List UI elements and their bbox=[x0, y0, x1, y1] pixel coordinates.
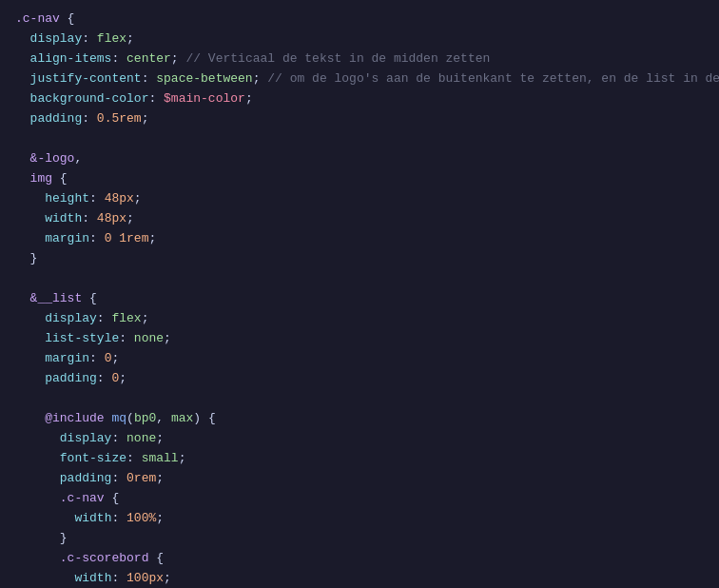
token-punctuation: ; bbox=[164, 569, 171, 588]
token-punctuation: ; bbox=[171, 49, 186, 69]
token-plain bbox=[15, 369, 45, 389]
token-comment: // om de logo's aan de buitenkant te zet… bbox=[267, 69, 719, 89]
code-line: width: 48px; bbox=[0, 209, 719, 229]
code-line: img { bbox=[0, 169, 719, 189]
code-line: width: 100px; bbox=[0, 569, 719, 588]
token-property: background-color bbox=[30, 89, 149, 109]
token-punctuation: ; bbox=[119, 369, 126, 389]
token-punctuation: : bbox=[111, 469, 126, 489]
token-punctuation: : bbox=[82, 109, 97, 129]
token-number: 48px bbox=[97, 209, 126, 229]
token-plain bbox=[15, 349, 45, 369]
token-punctuation: : bbox=[148, 89, 164, 109]
token-punctuation: ; bbox=[142, 109, 149, 129]
token-value: small bbox=[142, 449, 179, 469]
token-punctuation: : bbox=[119, 329, 134, 349]
token-property: justify-content bbox=[30, 69, 142, 89]
code-line: background-color: $main-color; bbox=[0, 89, 719, 109]
code-line: .c-nav { bbox=[0, 10, 719, 29]
token-punctuation: ; bbox=[253, 69, 268, 89]
code-line: padding: 0.5rem; bbox=[0, 109, 719, 129]
token-selector: .c-nav bbox=[60, 489, 105, 509]
token-property: margin bbox=[45, 229, 89, 249]
token-plain bbox=[15, 429, 60, 449]
token-selector: .c-nav bbox=[15, 10, 60, 29]
token-punctuation: ; bbox=[179, 449, 186, 469]
token-punctuation: { bbox=[148, 549, 164, 569]
token-property: align-items bbox=[30, 49, 112, 69]
token-punctuation: : bbox=[82, 29, 97, 49]
token-plain bbox=[15, 249, 30, 269]
token-punctuation: ( bbox=[126, 409, 134, 429]
token-punctuation: : bbox=[89, 189, 105, 209]
token-plain bbox=[15, 469, 60, 489]
token-value: flex bbox=[111, 309, 141, 329]
token-comment: // Verticaal de tekst in de midden zette… bbox=[185, 49, 490, 69]
token-punctuation: ) { bbox=[193, 409, 215, 429]
token-plain bbox=[15, 329, 45, 349]
token-punctuation: ; bbox=[142, 309, 149, 329]
token-punctuation: { bbox=[52, 169, 68, 189]
token-number: 0 bbox=[111, 369, 119, 389]
token-plain bbox=[15, 229, 45, 249]
code-line: justify-content: space-between; // om de… bbox=[0, 69, 719, 89]
token-punctuation: ; bbox=[111, 349, 119, 369]
code-line: width: 100%; bbox=[0, 509, 719, 529]
token-punctuation: } bbox=[60, 529, 68, 549]
token-number: 100% bbox=[126, 509, 156, 529]
token-function: mq bbox=[111, 409, 126, 429]
code-line bbox=[0, 269, 719, 289]
token-plain bbox=[15, 549, 60, 569]
code-line: &__list { bbox=[0, 289, 719, 309]
token-property: margin bbox=[45, 349, 89, 369]
token-punctuation: , bbox=[74, 149, 82, 169]
code-line: padding: 0; bbox=[0, 369, 719, 389]
token-plain bbox=[15, 309, 45, 329]
token-punctuation: : bbox=[142, 69, 157, 89]
token-punctuation: : bbox=[111, 429, 126, 449]
token-plain bbox=[15, 209, 45, 229]
token-selector: &-logo bbox=[30, 149, 75, 169]
token-value: none bbox=[126, 429, 156, 449]
code-line: &-logo, bbox=[0, 149, 719, 169]
token-plain bbox=[15, 169, 30, 189]
token-punctuation: : bbox=[97, 309, 112, 329]
token-punctuation: ; bbox=[148, 229, 156, 249]
token-punctuation: : bbox=[89, 349, 105, 369]
token-value: center bbox=[126, 49, 171, 69]
token-plain bbox=[15, 409, 45, 429]
token-at-rule: @include bbox=[45, 409, 104, 429]
token-property: padding bbox=[30, 109, 83, 129]
token-punctuation: ; bbox=[134, 189, 142, 209]
token-plain bbox=[15, 29, 30, 49]
token-value: max bbox=[171, 409, 193, 429]
token-punctuation: ; bbox=[164, 329, 171, 349]
code-line bbox=[0, 389, 719, 409]
token-value: space-between bbox=[156, 69, 252, 89]
code-line: .c-scorebord { bbox=[0, 549, 719, 569]
token-punctuation: ; bbox=[156, 469, 164, 489]
token-plain bbox=[15, 569, 74, 588]
token-plain bbox=[15, 189, 45, 209]
token-plain bbox=[105, 409, 112, 429]
token-number: 100px bbox=[126, 569, 164, 588]
code-line: align-items: center; // Verticaal de tek… bbox=[0, 49, 719, 69]
token-punctuation: : bbox=[111, 569, 126, 588]
code-line: display: none; bbox=[0, 429, 719, 449]
token-punctuation: } bbox=[30, 249, 38, 269]
code-line: margin: 0 1rem; bbox=[0, 229, 719, 249]
token-punctuation: , bbox=[156, 409, 171, 429]
token-plain bbox=[15, 49, 30, 69]
token-punctuation: { bbox=[60, 10, 75, 29]
token-punctuation: : bbox=[89, 229, 105, 249]
token-property: height bbox=[45, 189, 89, 209]
token-plain bbox=[15, 289, 30, 309]
token-plain bbox=[15, 109, 30, 129]
code-line: } bbox=[0, 529, 719, 549]
token-property: padding bbox=[45, 369, 97, 389]
token-selector: img bbox=[30, 169, 52, 189]
token-property: list-style bbox=[45, 329, 119, 349]
token-property: display bbox=[30, 29, 83, 49]
token-number: 48px bbox=[105, 189, 134, 209]
token-property: width bbox=[74, 569, 111, 588]
